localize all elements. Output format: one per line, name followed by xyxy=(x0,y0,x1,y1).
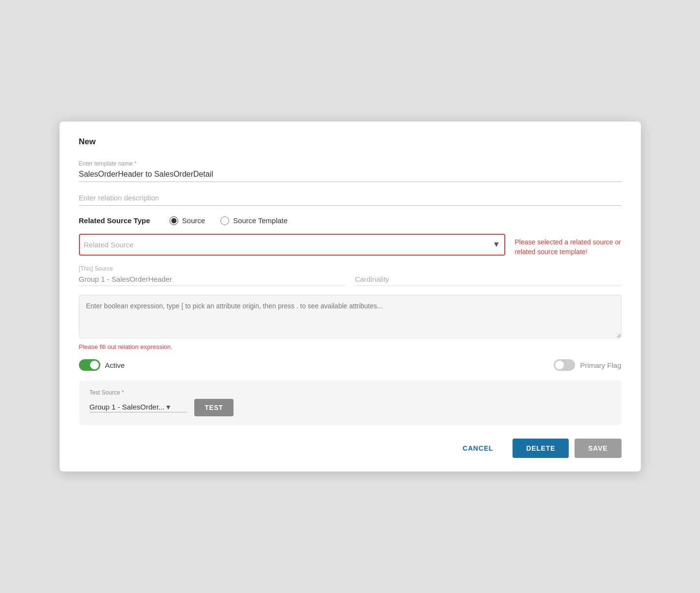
source-cardinality-row: [This] Source Group 1 - SalesOrderHeader… xyxy=(79,265,622,286)
template-name-group: Enter template name * xyxy=(79,160,622,182)
radio-source-template-option[interactable]: Source Template xyxy=(220,216,287,225)
radio-source-template-input[interactable] xyxy=(220,216,229,225)
footer-row: CANCEL DELETE SAVE xyxy=(79,439,622,458)
dialog-title: New xyxy=(79,137,622,147)
test-button[interactable]: TEST xyxy=(194,399,234,416)
related-source-row: Related Source ▼ Please selected a relat… xyxy=(79,234,622,257)
test-select-wrap: Group 1 - SalesOrder... ▼ xyxy=(90,403,187,412)
toggles-row: Active Primary Flag xyxy=(79,359,622,371)
test-source-select[interactable]: Group 1 - SalesOrder... xyxy=(90,403,165,411)
this-source-field: [This] Source Group 1 - SalesOrderHeader xyxy=(79,265,345,286)
related-source-type-label: Related Source Type xyxy=(79,216,150,225)
test-select-arrow-icon: ▼ xyxy=(165,403,172,411)
related-source-select[interactable]: Related Source xyxy=(84,236,493,254)
cardinality-field: Cardinality xyxy=(355,273,622,286)
test-section: Test Source * Group 1 - SalesOrder... ▼ … xyxy=(79,380,622,425)
this-source-label: [This] Source xyxy=(79,265,345,272)
active-toggle[interactable] xyxy=(79,359,100,371)
primary-flag-slider xyxy=(554,359,575,371)
cancel-button[interactable]: CANCEL xyxy=(449,439,507,458)
related-source-dropdown-wrap: Related Source ▼ xyxy=(79,234,505,256)
active-toggle-group: Active xyxy=(79,359,125,371)
template-name-input[interactable] xyxy=(79,168,622,182)
main-dialog: New Enter template name * Related Source… xyxy=(60,122,641,471)
delete-button[interactable]: DELETE xyxy=(513,439,569,458)
primary-flag-group: Primary Flag xyxy=(554,359,621,371)
template-name-label: Enter template name * xyxy=(79,160,622,167)
cardinality-label: Cardinality xyxy=(355,273,622,286)
expression-textarea[interactable] xyxy=(79,295,622,338)
active-slider xyxy=(79,359,100,371)
radio-source-template-label: Source Template xyxy=(233,216,287,225)
related-source-error: Please selected a related source or rela… xyxy=(515,234,622,257)
primary-flag-toggle[interactable] xyxy=(554,359,575,371)
related-source-type-group: Related Source Type Source Source Templa… xyxy=(79,216,622,225)
test-source-label: Test Source * xyxy=(90,389,611,396)
radio-source-label: Source xyxy=(182,216,205,225)
save-button[interactable]: SAVE xyxy=(575,439,621,458)
radio-source-option[interactable]: Source xyxy=(170,216,205,225)
relation-description-group xyxy=(79,192,622,206)
test-row: Group 1 - SalesOrder... ▼ TEST xyxy=(90,399,611,416)
relation-description-input[interactable] xyxy=(79,192,622,206)
radio-source-input[interactable] xyxy=(170,216,178,225)
active-label: Active xyxy=(105,361,125,369)
expression-error: Please fill out relation expression. xyxy=(79,343,622,350)
dropdown-arrow-icon: ▼ xyxy=(493,240,500,249)
this-source-value: Group 1 - SalesOrderHeader xyxy=(79,273,345,286)
primary-flag-label: Primary Flag xyxy=(580,361,621,369)
